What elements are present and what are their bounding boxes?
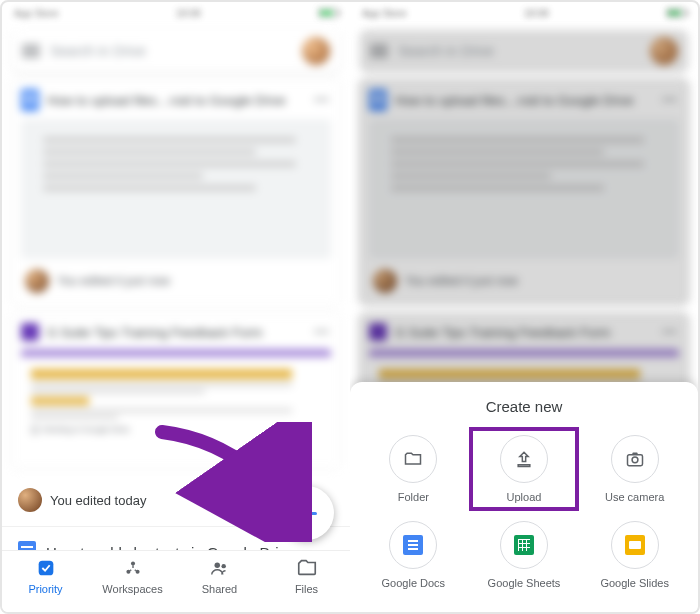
svg-point-1 <box>130 561 134 565</box>
search-bar[interactable]: Search in Drive <box>12 30 340 72</box>
nav-priority[interactable]: Priority <box>2 557 89 612</box>
option-google-docs[interactable]: Google Docs <box>360 515 467 595</box>
file-thumbnail: Working in Google Drive <box>21 349 331 469</box>
editor-avatar <box>25 269 49 293</box>
option-label: Upload <box>507 491 542 503</box>
google-slides-icon <box>625 535 645 555</box>
file-card-1[interactable]: How to upload files…roid to Google Drive… <box>10 78 342 306</box>
file-title: How to upload files…roid to Google Drive <box>47 93 307 108</box>
option-upload[interactable]: Upload <box>471 429 578 509</box>
option-folder[interactable]: Folder <box>360 429 467 509</box>
sheet-title: Create new <box>360 398 688 415</box>
create-options-grid: Folder Upload Use camera Google Docs Goo… <box>360 429 688 595</box>
forms-file-icon <box>21 323 39 341</box>
fab-new-button[interactable] <box>280 486 334 540</box>
option-label: Folder <box>398 491 429 503</box>
svg-point-7 <box>632 457 638 463</box>
file-thumbnail <box>21 119 331 259</box>
nav-label: Shared <box>202 583 237 595</box>
avatar[interactable] <box>302 37 330 65</box>
camera-icon <box>625 449 645 469</box>
nav-files[interactable]: Files <box>263 557 350 612</box>
plus-icon <box>297 503 317 523</box>
svg-point-5 <box>221 564 225 568</box>
nav-label: Priority <box>28 583 62 595</box>
search-placeholder: Search in Drive <box>50 43 146 59</box>
docs-file-icon <box>21 89 39 111</box>
more-icon[interactable] <box>315 98 331 102</box>
edited-text: You edited today <box>50 493 146 508</box>
option-use-camera[interactable]: Use camera <box>581 429 688 509</box>
more-icon[interactable] <box>315 330 331 334</box>
screenshot-left: App Store18:08 Search in Drive How to up… <box>2 2 350 612</box>
status-bar: App Store18:08 <box>2 2 350 24</box>
nav-label: Workspaces <box>102 583 162 595</box>
upload-icon <box>514 449 534 469</box>
screenshot-right: App Store18:08 Search in Drive How to up… <box>350 2 698 612</box>
option-label: Google Sheets <box>488 577 561 589</box>
svg-rect-0 <box>38 561 53 576</box>
menu-icon[interactable] <box>22 50 40 52</box>
file-card-2[interactable]: G Suite Tips Training Feedback Form Work… <box>10 312 342 470</box>
thumb-caption: Working in Google Drive <box>43 425 130 434</box>
google-sheets-icon <box>514 535 534 555</box>
nav-workspaces[interactable]: Workspaces <box>89 557 176 612</box>
option-google-slides[interactable]: Google Slides <box>581 515 688 595</box>
editor-avatar <box>18 488 42 512</box>
bottom-nav: Priority Workspaces Shared Files <box>2 550 350 612</box>
option-label: Google Docs <box>382 577 446 589</box>
nav-label: Files <box>295 583 318 595</box>
svg-point-4 <box>214 563 220 569</box>
google-docs-icon <box>403 535 423 555</box>
option-label: Use camera <box>605 491 664 503</box>
blurred-content: Search in Drive How to upload files…roid… <box>2 30 350 470</box>
option-label: Google Slides <box>600 577 669 589</box>
option-google-sheets[interactable]: Google Sheets <box>471 515 578 595</box>
file-title: G Suite Tips Training Feedback Form <box>47 325 307 340</box>
create-new-sheet: Create new Folder Upload Use camera Goog… <box>350 382 698 612</box>
edited-row: You edited it just now <box>21 259 331 305</box>
edited-text: You edited it just now <box>57 274 170 288</box>
folder-icon <box>403 449 423 469</box>
nav-shared[interactable]: Shared <box>176 557 263 612</box>
